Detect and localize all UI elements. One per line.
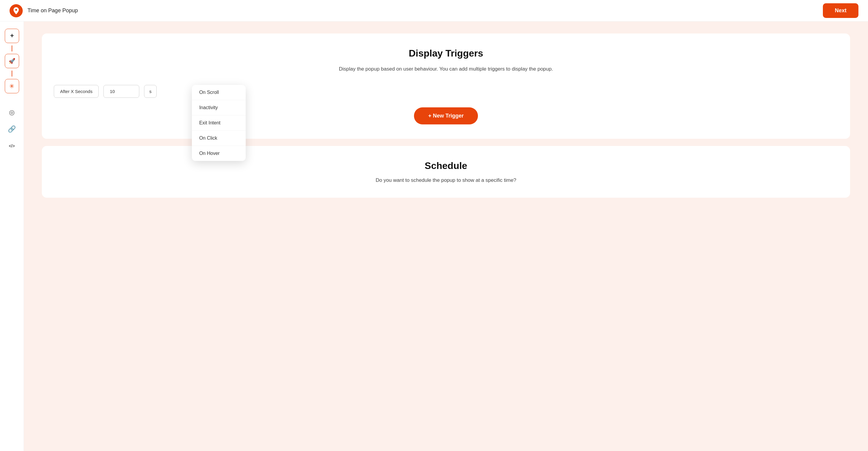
dropdown-item-on-scroll[interactable]: On Scroll <box>192 85 246 100</box>
dropdown-item-inactivity[interactable]: Inactivity <box>192 100 246 115</box>
eye-icon: ◎ <box>9 109 14 116</box>
rocket-icon: 🚀 <box>9 58 15 64</box>
sidebar-item-rocket[interactable]: 🚀 <box>5 54 19 68</box>
cursor-icon: ✳ <box>9 83 14 90</box>
display-triggers-subtitle: Display the popup based on user behaviou… <box>54 65 838 73</box>
sidebar-item-eye[interactable]: ◎ <box>5 105 19 120</box>
code-icon: </> <box>9 144 14 148</box>
sidebar-item-cursor[interactable]: ✳ <box>5 79 19 93</box>
dropdown-item-on-hover[interactable]: On Hover <box>192 146 246 161</box>
trigger-value-input[interactable] <box>103 85 139 98</box>
new-trigger-button[interactable]: + New Trigger <box>414 108 478 124</box>
sidebar-item-link[interactable]: 🔗 <box>5 122 19 137</box>
trigger-label: After X Seconds <box>54 85 99 98</box>
svg-point-0 <box>15 9 17 11</box>
display-triggers-card: Display Triggers Display the popup based… <box>42 33 850 139</box>
sparkle-icon: ✦ <box>9 32 14 40</box>
display-triggers-title: Display Triggers <box>54 48 838 59</box>
header-left: Time on Page Popup <box>9 4 78 17</box>
header: Time on Page Popup Next <box>0 0 868 22</box>
sidebar-item-code[interactable]: </> <box>5 139 19 153</box>
trigger-row: After X Seconds s On Scroll Inactivity E… <box>54 85 838 98</box>
sidebar: ✦ 🚀 ✳ ◎ 🔗 </> <box>0 22 24 451</box>
sidebar-connector-1 <box>12 46 12 52</box>
trigger-unit: s <box>144 85 157 98</box>
schedule-subtitle: Do you want to schedule the popup to sho… <box>54 177 838 183</box>
dropdown-container: s On Scroll Inactivity Exit Intent <box>144 85 157 98</box>
dropdown-item-exit-intent[interactable]: Exit Intent <box>192 115 246 131</box>
page-title: Time on Page Popup <box>28 7 78 14</box>
schedule-title: Schedule <box>54 160 838 171</box>
sidebar-connector-2 <box>12 70 12 77</box>
link-icon: 🔗 <box>8 125 16 133</box>
layout: ✦ 🚀 ✳ ◎ 🔗 </> Display Triggers Display t… <box>0 22 868 451</box>
sidebar-item-sparkle[interactable]: ✦ <box>5 29 19 43</box>
dropdown-item-on-click[interactable]: On Click <box>192 131 246 146</box>
next-button[interactable]: Next <box>823 3 859 18</box>
main-content: Display Triggers Display the popup based… <box>24 22 868 451</box>
schedule-card: Schedule Do you want to schedule the pop… <box>42 146 850 198</box>
trigger-dropdown-menu: On Scroll Inactivity Exit Intent On Clic… <box>192 85 246 161</box>
logo <box>9 4 23 17</box>
